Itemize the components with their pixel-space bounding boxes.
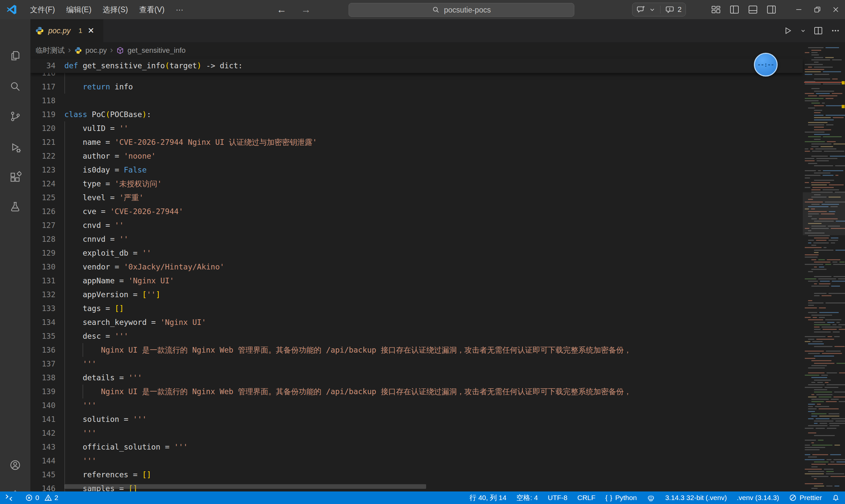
window-minimize-button[interactable]	[790, 0, 808, 19]
code-line[interactable]: 140 '''	[30, 398, 803, 412]
run-dropdown-chevron-icon[interactable]	[800, 28, 806, 34]
status-item-python[interactable]: { }Python	[605, 494, 637, 502]
code-line[interactable]: 131 appName = 'Nginx UI'	[30, 274, 803, 288]
code-line[interactable]: 120 vulID = ''	[30, 121, 803, 135]
minimap-line	[814, 392, 832, 393]
code-line[interactable]: 129 exploit_db = ''	[30, 246, 803, 260]
nav-forward-icon[interactable]: →	[301, 5, 311, 15]
status-item-3-14-3-32-bit-venv-[interactable]: 3.14.3 32-bit (.venv)	[665, 494, 727, 502]
explorer-icon[interactable]	[9, 50, 21, 62]
more-actions-icon[interactable]	[830, 26, 840, 36]
code-line[interactable]: 34def get_sensitive_info(target) -> dict…	[30, 59, 803, 73]
run-file-icon[interactable]	[783, 26, 793, 36]
status-item-crlf[interactable]: CRLF	[577, 494, 596, 502]
code-line[interactable]: 121 name = 'CVE-2026-27944 Nginx UI 认证绕过…	[30, 135, 803, 149]
minimap-slider[interactable]	[803, 192, 845, 235]
line-number: 134	[30, 315, 55, 329]
status-item-icon[interactable]	[647, 493, 655, 502]
status-item-utf-8[interactable]: UTF-8	[548, 494, 567, 502]
code-line[interactable]: 126 cve = 'CVE-2026-27944'	[30, 204, 803, 218]
code-text: '''	[64, 454, 96, 468]
code-line[interactable]: 122 author = 'noone'	[30, 149, 803, 163]
minimap-line	[805, 350, 824, 352]
source-control-icon[interactable]	[9, 110, 21, 123]
command-center-search[interactable]: pocsutie-pocs	[349, 3, 574, 17]
code-line[interactable]: 136 Nginx UI 是一款流行的 Nginx Web 管理界面。其备份功能…	[30, 343, 803, 357]
window-restore-button[interactable]	[808, 0, 827, 19]
account-icon[interactable]	[9, 459, 21, 471]
code-line[interactable]: 128 cnnvd = ''	[30, 232, 803, 246]
minimap-line	[808, 372, 825, 373]
code-line[interactable]: 133 tags = []	[30, 302, 803, 315]
tab-poc-py[interactable]: poc.py 1 ✕	[30, 19, 104, 42]
minimap-line	[814, 283, 817, 284]
minimap-line	[837, 363, 845, 364]
code-area[interactable]: 116117 return info118119class PoC(POCBas…	[30, 42, 803, 491]
toggle-panel-icon[interactable]	[748, 5, 758, 15]
editor-group[interactable]: 临时测试›poc.py›get_sensitive_info 116117 re…	[30, 42, 845, 491]
code-line[interactable]: 143 official_solution = '''	[30, 440, 803, 454]
menu-item[interactable]: 编辑(E)	[60, 3, 97, 17]
code-line[interactable]: 138 details = '''	[30, 371, 803, 384]
extensions-icon[interactable]	[9, 171, 21, 183]
code-line[interactable]: 119class PoC(POCBase):	[30, 108, 803, 121]
overview-warning-mark	[842, 105, 845, 108]
code-text: type = '未授权访问'	[64, 177, 162, 191]
toggle-secondary-sidebar-icon[interactable]	[767, 5, 776, 15]
code-line[interactable]: 123 is0day = False	[30, 163, 803, 177]
status-item-prettier[interactable]: Prettier	[789, 494, 822, 502]
menu-item[interactable]: 查看(V)	[134, 3, 170, 17]
horizontal-scrollbar[interactable]	[64, 484, 426, 489]
remote-indicator-icon[interactable]	[5, 493, 13, 502]
floating-timer-widget[interactable]: --:--	[754, 53, 778, 76]
line-number: 130	[30, 260, 55, 274]
sticky-scroll-line[interactable]: 34def get_sensitive_info(target) -> dict…	[30, 59, 803, 73]
code-line[interactable]: 144 '''	[30, 454, 803, 468]
minimap[interactable]	[803, 42, 845, 491]
nav-back-icon[interactable]: ←	[277, 5, 286, 15]
code-line[interactable]: 145 references = []	[30, 468, 803, 482]
code-line[interactable]: 117 return info	[30, 80, 803, 94]
status-item--40-14[interactable]: 行 40, 列 14	[469, 493, 506, 502]
code-line[interactable]: 132 appVersion = ['']	[30, 288, 803, 302]
status-item--4[interactable]: 空格: 4	[516, 493, 538, 502]
toggle-sidebar-icon[interactable]	[729, 5, 739, 15]
minimap-line	[826, 401, 837, 402]
code-line[interactable]: 141 solution = '''	[30, 412, 803, 426]
code-line[interactable]: 135 desc = '''	[30, 329, 803, 343]
activity-bar	[0, 19, 30, 491]
minimap-line	[811, 182, 830, 183]
comment-bubble-icon[interactable]	[665, 5, 674, 14]
code-line[interactable]: 134 search_keyword = 'Nginx UI'	[30, 315, 803, 329]
tab-close-icon[interactable]: ✕	[87, 27, 94, 35]
status-item--venv-3-14-3-[interactable]: .venv (3.14.3)	[737, 494, 779, 502]
customize-layout-icon[interactable]	[711, 5, 721, 15]
window-close-button[interactable]	[827, 0, 845, 19]
menu-item[interactable]: 选择(S)	[97, 3, 134, 17]
code-line[interactable]: 124 type = '未授权访问'	[30, 177, 803, 191]
code-line[interactable]: 118	[30, 94, 803, 108]
menu-overflow[interactable]: ···	[170, 3, 189, 16]
code-line[interactable]: 137 '''	[30, 357, 803, 371]
search-sidebar-icon[interactable]	[9, 80, 21, 93]
run-debug-icon[interactable]	[9, 141, 21, 154]
code-text: cnnvd = ''	[64, 232, 128, 246]
code-line[interactable]: 139 Nginx UI 是一款流行的 Nginx Web 管理界面。其备份功能…	[30, 384, 803, 398]
code-line[interactable]: 127 cnvd = ''	[30, 218, 803, 232]
chevron-down-icon[interactable]	[649, 6, 655, 13]
minimap-line	[826, 98, 833, 99]
minimap-line	[808, 67, 812, 68]
minimap-line	[811, 377, 827, 378]
minimap-line	[823, 175, 834, 176]
minimap-line	[825, 57, 833, 58]
code-line[interactable]: 125 level = '严重'	[30, 191, 803, 204]
split-editor-icon[interactable]	[813, 26, 823, 36]
status-item-icon[interactable]	[832, 494, 840, 502]
line-number: 120	[30, 121, 55, 135]
testing-icon[interactable]	[9, 200, 21, 213]
code-line[interactable]: 130 vendor = '0xJacky/Hintay/Akino'	[30, 260, 803, 274]
code-line[interactable]: 142 '''	[30, 426, 803, 440]
copilot-chat-button[interactable]: 2	[632, 3, 686, 17]
menu-item[interactable]: 文件(F)	[24, 3, 60, 17]
problems-status[interactable]: 0 2	[25, 494, 58, 502]
